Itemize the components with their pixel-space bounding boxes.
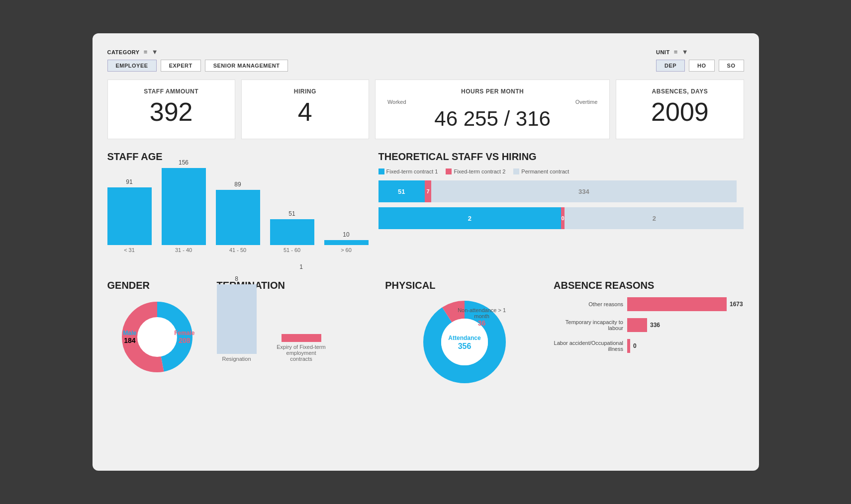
legend-label-contract1: Fixed-term contract 1 <box>386 168 438 174</box>
absence-bar-temp <box>627 318 647 332</box>
legend-item-permanent: Permanent contract <box>513 168 569 174</box>
unit-filter-buttons: DEP HO SO <box>656 60 744 72</box>
bar-group-over60: 10 > 60 <box>324 231 369 253</box>
filter-senior-mgmt-btn[interactable]: SENIOR MANAGEMENT <box>205 60 288 72</box>
staff-amount-title: STAFF AMMOUNT <box>118 88 225 95</box>
filter-ho-btn[interactable]: HO <box>689 60 715 72</box>
hiring-title: HIRING <box>252 88 359 95</box>
filter-funnel-icon[interactable]: ▼ <box>152 48 158 56</box>
bar-bottom-31-40: 31 - 40 <box>175 247 192 253</box>
stacked-bar-row1: 51 7 334 <box>378 180 744 202</box>
gender-male-value: 184 <box>123 336 137 344</box>
seg-row1-contract2: 7 <box>425 180 431 202</box>
absence-reasons-title: ABSENCE REASONS <box>554 280 744 291</box>
staff-age-title: STAFF AGE <box>107 151 369 163</box>
middle-charts-row: STAFF AGE 91 < 31 156 31 - 40 89 41 - 50 <box>107 151 744 268</box>
hours-title: HOURS PER MONTH <box>385 88 599 95</box>
bar-label-51: 51 <box>288 210 295 217</box>
legend-dot-contract2 <box>446 168 452 174</box>
absences-value: 2009 <box>626 99 733 125</box>
seg-row2-contract1: 2 <box>378 207 562 229</box>
hours-worked-label: Worked <box>387 99 406 105</box>
gender-section: GENDER Male 184 Female 208 <box>107 280 207 387</box>
filter-list-icon[interactable]: ≡ <box>144 48 148 56</box>
bar-label-156: 156 <box>179 159 189 166</box>
hiring-card: HIRING 4 <box>241 80 369 139</box>
theoretical-staff-legend: Fixed-term contract 1 Fixed-term contrac… <box>378 168 744 174</box>
filter-dep-btn[interactable]: DEP <box>656 60 685 72</box>
unit-filter-section: UNIT ≡ ▼ DEP HO SO <box>656 48 744 72</box>
seg-row1-permanent: 334 <box>431 180 737 202</box>
bar-label-91: 91 <box>126 178 132 185</box>
bar-group-31-40: 156 31 - 40 <box>162 159 206 253</box>
absence-value-other: 1673 <box>730 301 743 308</box>
bar-bottom-over60: > 60 <box>341 247 352 253</box>
seg-row2-permanent: 2 <box>565 207 744 229</box>
termination-section: TERMINATION 8 Resignation 1 Expiry of Fi… <box>217 280 376 387</box>
donut-labels: Male 184 Female 208 <box>117 297 197 377</box>
bar-51-60 <box>270 219 314 245</box>
unit-label: UNIT ≡ ▼ <box>656 48 744 56</box>
absence-value-labor: 0 <box>633 342 637 349</box>
absence-row-labor: Labor accident/Occupationalillness 0 <box>554 339 744 353</box>
bar-group-under31: 91 < 31 <box>107 178 152 253</box>
bar-41-50 <box>216 190 260 245</box>
hours-worked-value: 46 255 <box>434 107 498 130</box>
category-filter-buttons: EMPLOYEE EXPERT SENIOR MANAGEMENT <box>107 60 288 72</box>
legend-item-contract2: Fixed-term contract 2 <box>446 168 505 174</box>
physical-section: PHYSICAL Attendance 356 Non-attendance >… <box>385 280 544 387</box>
absence-value-temp: 336 <box>650 322 660 329</box>
hours-sub-labels: Worked Overtime <box>385 99 599 105</box>
termination-bar-expiry: 1 Expiry of Fixed-term employment contra… <box>277 263 326 362</box>
stacked-bar-row2: 2 0 2 <box>378 207 744 229</box>
legend-label-permanent: Permanent contract <box>521 168 569 174</box>
absences-title: ABSENCES, DAYS <box>626 88 733 95</box>
physical-donut: Attendance 356 Non-attendance > 1 month … <box>420 297 509 387</box>
theoretical-staff-title: THEORETICAL STAFF VS HIRING <box>378 151 744 163</box>
seg-row2-contract2: 0 <box>561 207 565 229</box>
filter-employee-btn[interactable]: EMPLOYEE <box>107 60 157 72</box>
unit-filter-funnel-icon[interactable]: ▼ <box>682 48 688 56</box>
absence-reasons-section: ABSENCE REASONS Other reasons 1673 Tempo… <box>554 280 744 387</box>
category-label: CATEGORY ≡ ▼ <box>107 48 288 56</box>
bar-bottom-41-50: 41 - 50 <box>229 247 246 253</box>
gender-female-value: 208 <box>174 336 194 344</box>
legend-item-contract1: Fixed-term contract 1 <box>378 168 438 174</box>
absence-bar-other-container: 1673 <box>627 297 744 311</box>
termination-bar-chart: 8 Resignation 1 Expiry of Fixed-term emp… <box>217 297 376 377</box>
kpi-row: STAFF AMMOUNT 392 HIRING 4 HOURS PER MON… <box>107 80 744 139</box>
bar-bottom-51-60: 51 - 60 <box>284 247 300 253</box>
absence-bar-temp-container: 336 <box>627 318 744 332</box>
termination-bar-expiry-bar <box>282 334 321 342</box>
filter-expert-btn[interactable]: EXPERT <box>161 60 201 72</box>
absence-label-temp: Temporary incapacity tolabour <box>554 319 623 331</box>
svg-text:356: 356 <box>458 342 471 350</box>
physical-non-attendance-label: Non-attendance > 1 month 36 <box>450 307 514 327</box>
filter-so-btn[interactable]: SO <box>719 60 744 72</box>
absence-bar-labor <box>627 339 630 353</box>
staff-age-section: STAFF AGE 91 < 31 156 31 - 40 89 41 - 50 <box>107 151 369 268</box>
category-filter-section: CATEGORY ≡ ▼ EMPLOYEE EXPERT SENIOR MANA… <box>107 48 288 72</box>
gender-donut: Male 184 Female 208 <box>117 297 197 377</box>
physical-title: PHYSICAL <box>385 280 544 291</box>
svg-text:Attendance: Attendance <box>448 335 481 341</box>
gender-title: GENDER <box>107 280 207 291</box>
termination-resignation-value: 8 <box>235 275 238 282</box>
bar-bottom-under31: < 31 <box>124 247 135 253</box>
hours-card: HOURS PER MONTH Worked Overtime 46 255 /… <box>375 80 610 139</box>
absence-bar-other <box>627 297 727 311</box>
unit-filter-list-icon[interactable]: ≡ <box>674 48 678 56</box>
legend-dot-permanent <box>513 168 519 174</box>
bottom-row: GENDER Male 184 Female 208 <box>107 280 744 387</box>
termination-bar-resignation-bar <box>217 284 257 354</box>
absence-label-labor: Labor accident/Occupationalillness <box>554 340 623 352</box>
theoretical-staff-section: THEORETICAL STAFF VS HIRING Fixed-term c… <box>378 151 744 268</box>
bar-31-40 <box>162 168 206 245</box>
staff-age-bar-chart: 91 < 31 156 31 - 40 89 41 - 50 51 <box>107 168 369 268</box>
gender-male-label: Male 184 <box>123 330 137 344</box>
absence-row-other: Other reasons 1673 <box>554 297 744 311</box>
absence-label-other: Other reasons <box>554 301 623 307</box>
physical-non-attendance-value: 36 <box>478 319 486 327</box>
hiring-value: 4 <box>252 99 359 125</box>
absences-card: ABSENCES, DAYS 2009 <box>616 80 744 139</box>
